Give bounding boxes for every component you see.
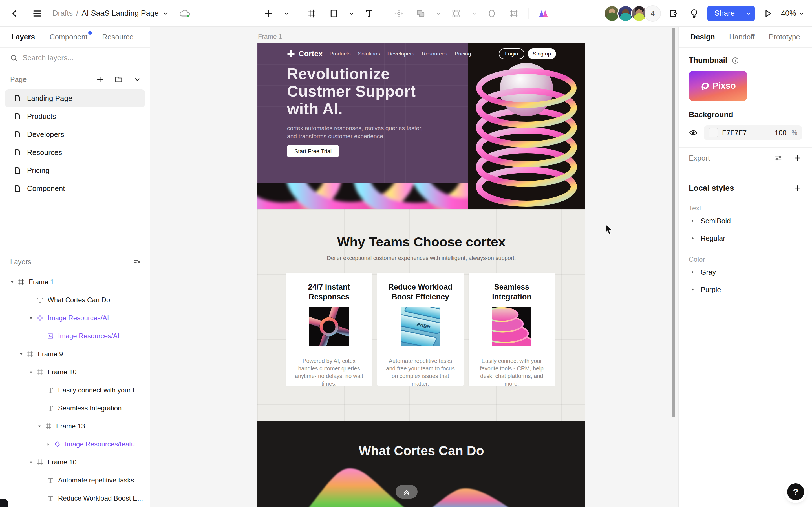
hero-nav-solutinos[interactable]: Solutinos [358,51,380,57]
tab-prototype[interactable]: Prototype [769,33,800,41]
background-color-field[interactable]: F7F7F7 100 % [704,125,802,140]
add-style-icon[interactable] [794,184,802,192]
tab-resource[interactable]: Resource [102,33,133,41]
breadcrumb-folder[interactable]: Drafts [52,9,73,18]
help-button[interactable]: ? [787,483,804,500]
page-item-developers[interactable]: Developers [5,125,145,144]
slice-tool-icon[interactable] [507,6,521,21]
caret-down-icon[interactable] [29,460,34,465]
main-menu-icon[interactable] [30,6,45,21]
boolean-tool-chevron-icon[interactable] [436,10,442,17]
present-play-icon[interactable] [761,6,775,21]
text-tool-icon[interactable] [362,6,377,21]
layer-row-instance[interactable]: Image Resources/featu... [0,435,150,453]
page-item-landing-page[interactable]: Landing Page [5,89,145,107]
zoom-control[interactable]: 40% [781,9,805,18]
feature-card-responses[interactable]: 24/7 instantResponses [286,273,372,386]
collapse-layers-icon[interactable] [133,258,142,267]
caret-down-icon[interactable] [37,424,42,429]
shape-tool-chevron-icon[interactable] [349,10,355,17]
search-layers-field[interactable]: Search layers... [0,48,150,68]
plugin-icon[interactable] [666,6,681,21]
hero-signup-button[interactable]: Sing up [528,48,556,59]
tab-handoff[interactable]: Handoff [729,33,755,41]
background-color-swatch[interactable] [709,128,718,137]
layer-row-text[interactable]: Automate repetitive tasks ... [0,471,150,489]
pixso-thumbnail[interactable]: Pixso [689,71,747,101]
ellipse-tool-icon[interactable] [485,6,499,21]
cloud-sync-icon[interactable] [177,6,192,21]
vector-edit-tool-icon[interactable] [449,6,464,21]
caret-right-icon[interactable] [691,287,695,292]
caret-down-icon[interactable] [10,279,15,284]
scroll-top-button[interactable] [396,485,417,499]
move-tool-icon[interactable] [261,6,276,21]
move-tool-chevron-icon[interactable] [283,10,290,17]
caret-down-icon[interactable] [29,370,34,375]
hero-nav-pricing[interactable]: Pricing [455,51,471,57]
add-page-icon[interactable] [96,75,104,83]
design-frame[interactable]: Cortex Products Solutinos Developers Res… [257,43,585,507]
start-free-trial-button[interactable]: Start Free Trial [287,145,339,158]
info-icon[interactable] [731,57,739,64]
style-regular[interactable]: Regular [689,230,802,247]
doc-title-chevron-icon[interactable] [162,10,169,17]
caret-right-icon[interactable] [46,442,51,447]
collaborator-count-badge[interactable]: 4 [645,5,661,22]
layer-row-frame[interactable]: Frame 1 [0,273,150,291]
hero-nav-developers[interactable]: Developers [388,51,414,57]
layer-row-instance[interactable]: Image Resources/AI [0,309,150,327]
page-item-products[interactable]: Products [5,107,145,125]
layer-row-frame[interactable]: Frame 10 [0,363,150,381]
feature-card-workload[interactable]: Reduce WorkloadBoost Effciency [377,273,463,386]
style-semibold[interactable]: SemiBold [689,212,802,230]
layer-row-text[interactable]: What Cortes Can Do [0,291,150,309]
hero-nav-products[interactable]: Products [329,51,351,57]
back-icon[interactable] [7,6,22,21]
tab-layers[interactable]: Layers [11,33,35,41]
caret-right-icon[interactable] [691,270,695,274]
caret-down-icon[interactable] [29,316,34,321]
canvas[interactable]: Frame 1 [150,27,678,507]
ai-assistant-icon[interactable] [536,6,551,21]
background-hex-value[interactable]: F7F7F7 [722,129,771,137]
layer-row-text[interactable]: Reduce Workload Boost E... [0,489,150,507]
canvas-vertical-scrollbar[interactable] [672,28,675,417]
vector-tool-chevron-icon[interactable] [471,10,477,17]
share-dropdown-icon[interactable] [742,6,755,21]
page-item-pricing[interactable]: Pricing [5,161,145,179]
page-item-component[interactable]: Component [5,179,145,198]
layer-row-frame[interactable]: Frame 10 [0,453,150,471]
export-settings-icon[interactable] [774,154,783,163]
add-export-icon[interactable] [794,154,802,162]
document-title[interactable]: AI SaaS Landing Page [82,9,159,18]
share-button-label[interactable]: Share [707,6,742,21]
hero-brand[interactable]: Cortex [287,50,323,58]
shape-tool-icon[interactable] [326,6,341,21]
layer-row-frame[interactable]: Frame 13 [0,417,150,435]
collapse-pages-chevron-icon[interactable] [133,75,142,83]
auto-layout-tool-icon[interactable] [392,6,406,21]
layer-row-image[interactable]: Image Resources/AI [0,327,150,345]
frame-tool-icon[interactable] [305,6,319,21]
caret-right-icon[interactable] [691,219,695,223]
layer-row-frame[interactable]: Frame 9 [0,345,150,363]
tab-component[interactable]: Component [50,33,87,41]
folder-icon[interactable] [114,75,123,83]
caret-right-icon[interactable] [691,236,695,240]
style-gray[interactable]: Gray [689,263,802,281]
tab-design[interactable]: Design [691,33,715,41]
page-item-resources[interactable]: Resources [5,144,145,161]
lightbulb-icon[interactable] [687,6,702,21]
visibility-eye-icon[interactable] [689,128,698,137]
layer-row-text[interactable]: Easily connect with your f... [0,381,150,399]
background-opacity-value[interactable]: 100 [775,129,786,137]
hero-nav-resources[interactable]: Resources [422,51,448,57]
layer-row-text[interactable]: Seamless Integration [0,399,150,417]
boolean-union-tool-icon[interactable] [414,6,428,21]
style-purple[interactable]: Purple [689,281,802,298]
feature-card-integration[interactable]: SeamlessIntegration [469,273,555,386]
frame-label[interactable]: Frame 1 [258,33,282,41]
caret-down-icon[interactable] [18,351,24,356]
hero-login-button[interactable]: Login [499,48,524,59]
